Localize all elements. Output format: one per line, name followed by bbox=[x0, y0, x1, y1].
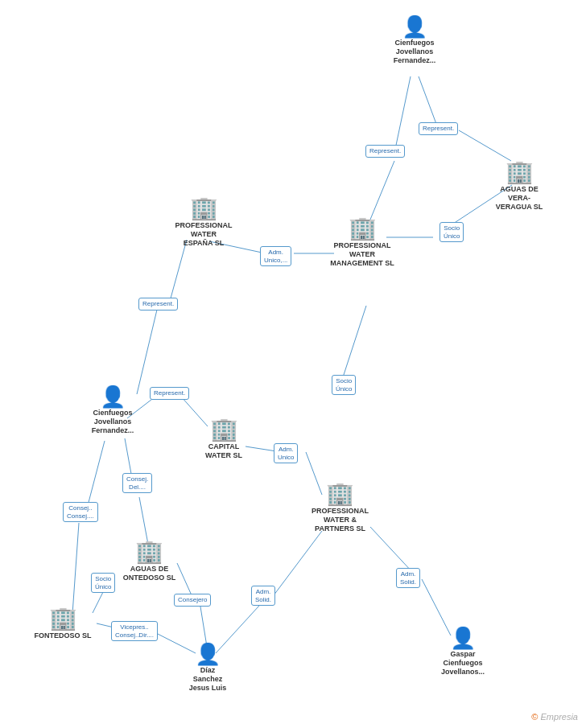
badge-socio-unico1[interactable]: SocioÚnico bbox=[440, 222, 464, 242]
building-icon: 🏢 bbox=[210, 418, 238, 441]
svg-line-2 bbox=[394, 76, 411, 153]
pro-water-mgmt-label: PROFESSIONALWATERMANAGEMENT SL bbox=[330, 241, 394, 267]
fontedoso-label: FONTEDOSO SL bbox=[34, 631, 91, 640]
cienfuegos-left-label: CienfuegosJovellanosFernandez... bbox=[92, 409, 134, 434]
badge-represent2[interactable]: Represent. bbox=[365, 145, 405, 158]
cienfuegos-left-node: 👤 CienfuegosJovellanosFernandez... bbox=[76, 386, 149, 434]
watermark: © Empresia bbox=[531, 712, 578, 722]
svg-line-17 bbox=[86, 441, 105, 512]
badge-adm-solid1[interactable]: Adm.Solid. bbox=[251, 586, 275, 606]
badge-adm-solid2[interactable]: Adm.Solid. bbox=[396, 568, 420, 588]
aguas-ontedoso-node: 🏢 AGUAS DEONTEDOSO SL bbox=[111, 541, 188, 582]
capital-water-label: CAPITALWATER SL bbox=[205, 442, 242, 460]
svg-line-25 bbox=[274, 531, 322, 595]
pro-water-esp-node: 🏢 PROFESSIONALWATERESPAÑA SL bbox=[167, 197, 240, 247]
svg-line-8 bbox=[169, 240, 187, 304]
person-icon: 👤 bbox=[450, 627, 476, 648]
aguas-vera-node: 🏢 AGUAS DEVERA-VERAGUA SL bbox=[487, 161, 551, 211]
person-icon: 👤 bbox=[402, 16, 427, 37]
cienfuegos-top-label: CienfuegosJovellanosFernandez... bbox=[394, 39, 436, 64]
aguas-vera-label: AGUAS DEVERA-VERAGUA SL bbox=[496, 185, 543, 211]
gaspar-node: 👤 GasparCienfuegosJovellanos... bbox=[427, 627, 499, 676]
pro-water-partners-node: 🏢 PROFESSIONALWATER &PARTNERS SL bbox=[298, 483, 382, 533]
building-icon: 🏢 bbox=[506, 161, 534, 183]
svg-line-18 bbox=[72, 523, 79, 614]
badge-consejero[interactable]: Consejero bbox=[174, 594, 211, 607]
badge-adm-unico2[interactable]: Adm.Unico bbox=[274, 443, 298, 463]
pro-water-esp-label: PROFESSIONALWATERESPAÑA SL bbox=[175, 221, 232, 247]
capital-water-node: 🏢 CAPITALWATER SL bbox=[192, 418, 256, 460]
diaz-sanchez-label: DíazSanchezJesus Luis bbox=[189, 666, 227, 692]
gaspar-label: GasparCienfuegosJovellanos... bbox=[441, 650, 485, 676]
badge-represent4[interactable]: Represent. bbox=[150, 387, 189, 400]
svg-line-27 bbox=[370, 527, 413, 573]
badge-represent1[interactable]: Represent. bbox=[419, 122, 458, 135]
badge-consej-del[interactable]: Consej.Del.... bbox=[122, 473, 152, 493]
building-icon: 🏢 bbox=[349, 217, 377, 240]
svg-line-12 bbox=[342, 306, 366, 380]
badge-socio-unico2[interactable]: SocioÚnico bbox=[332, 375, 356, 395]
person-icon: 👤 bbox=[195, 644, 221, 664]
badge-consej2[interactable]: Consej..Consej.... bbox=[63, 502, 98, 522]
badge-adm-unico1[interactable]: Adm.Unico,... bbox=[260, 246, 291, 266]
svg-line-9 bbox=[137, 310, 157, 394]
building-icon: 🏢 bbox=[49, 607, 77, 630]
person-icon: 👤 bbox=[100, 386, 126, 407]
building-orange-icon: 🏢 bbox=[326, 483, 354, 505]
svg-line-1 bbox=[459, 130, 511, 161]
cienfuegos-top-node: 👤 CienfuegosJovellanosFernandez... bbox=[378, 16, 451, 64]
pro-water-partners-label: PROFESSIONALWATER &PARTNERS SL bbox=[312, 507, 369, 533]
building-icon: 🏢 bbox=[135, 541, 163, 563]
badge-vicepres[interactable]: Vicepres..Consej..Dir.... bbox=[111, 621, 158, 641]
aguas-ontedoso-label: AGUAS DEONTEDOSO SL bbox=[123, 565, 176, 582]
building-icon: 🏢 bbox=[190, 197, 218, 220]
badge-represent3[interactable]: Represent. bbox=[138, 298, 178, 311]
diaz-sanchez-node: 👤 DíazSanchezJesus Luis bbox=[175, 644, 240, 692]
fontedoso-node: 🏢 FONTEDOSO SL bbox=[31, 607, 95, 640]
badge-socio-unico3[interactable]: SocioÚnico bbox=[91, 573, 115, 593]
pro-water-mgmt-node: 🏢 PROFESSIONALWATERMANAGEMENT SL bbox=[322, 217, 402, 267]
